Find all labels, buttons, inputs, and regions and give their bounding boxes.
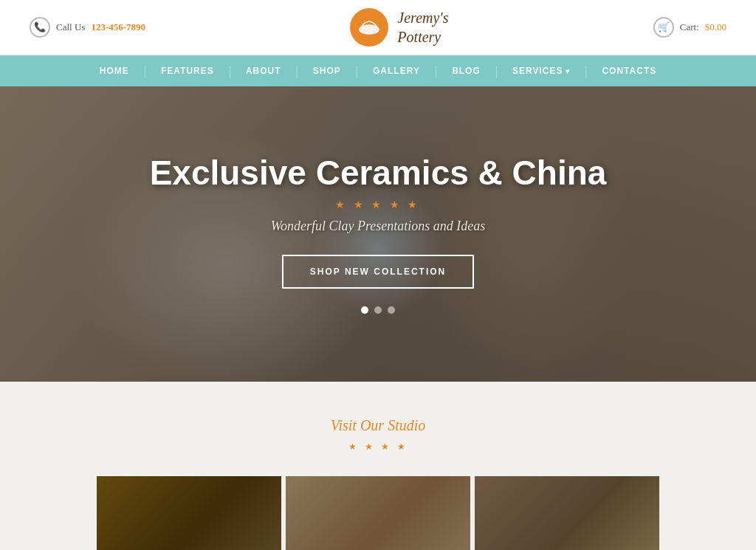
cart-label: Cart:: [680, 21, 699, 33]
hero-dots: [150, 306, 607, 314]
nav-link-features[interactable]: FEATURES: [148, 66, 227, 76]
cart-section: 🛒 Cart: $0.00: [653, 17, 726, 38]
nav-link-shop[interactable]: SHOP: [300, 66, 354, 76]
card-classes-overlay: [286, 476, 470, 550]
logo-icon: [350, 8, 388, 47]
call-label: Call Us: [56, 21, 85, 33]
nav-link-about[interactable]: ABOUT: [233, 66, 295, 76]
nav-item-gallery[interactable]: GALLERY: [360, 66, 433, 76]
cart-icon: 🛒: [653, 17, 674, 38]
card-shop-overlay: [97, 476, 281, 550]
phone-section: 📞 Call Us 123-456-7890: [30, 17, 145, 38]
shop-new-collection-button[interactable]: SHOP NEW COLLECTION: [282, 255, 474, 289]
hero-subtitle: Wonderful Clay Presentations and Ideas: [150, 219, 607, 234]
nav-link-blog[interactable]: BLOG: [439, 66, 494, 76]
phone-icon: 📞: [30, 17, 50, 38]
nav-item-services[interactable]: SERVICES: [499, 66, 583, 76]
phone-number[interactable]: 123-456-7890: [91, 21, 145, 33]
card-classes[interactable]: Classes: [286, 476, 470, 550]
hero-content: Exclusive Ceramics & China ★ ★ ★ ★ ★ Won…: [150, 154, 607, 314]
studio-section: Visit Our Studio ★ ★ ★ ★ Shop Classes Bl…: [0, 382, 756, 550]
nav-list: HOME | FEATURES | ABOUT | SHOP | GALLERY…: [86, 64, 670, 78]
hero-title: Exclusive Ceramics & China: [150, 154, 607, 192]
logo-text: Jeremy's Pottery: [397, 8, 448, 47]
nav-item-home[interactable]: HOME: [86, 66, 142, 76]
dot-1[interactable]: [361, 306, 368, 314]
card-blog-overlay: [475, 476, 659, 550]
nav-item-about[interactable]: ABOUT: [233, 66, 295, 76]
top-bar: 📞 Call Us 123-456-7890 Jeremy's Pottery …: [0, 0, 756, 55]
dot-3[interactable]: [388, 306, 395, 314]
card-blog[interactable]: Blog: [475, 476, 659, 550]
dot-2[interactable]: [374, 306, 382, 314]
studio-stars: ★ ★ ★ ★: [30, 441, 726, 453]
nav-link-contacts[interactable]: CONTACTS: [588, 66, 670, 76]
nav-link-home[interactable]: HOME: [86, 66, 142, 76]
studio-tagline: Visit Our Studio: [30, 417, 726, 434]
nav-link-services[interactable]: SERVICES: [499, 66, 583, 76]
hero-section: Exclusive Ceramics & China ★ ★ ★ ★ ★ Won…: [0, 86, 756, 382]
logo-link[interactable]: Jeremy's Pottery: [350, 8, 448, 47]
cart-price: $0.00: [705, 21, 726, 33]
nav-item-contacts[interactable]: CONTACTS: [588, 66, 670, 76]
main-nav: HOME | FEATURES | ABOUT | SHOP | GALLERY…: [0, 55, 756, 86]
card-shop[interactable]: Shop: [97, 476, 281, 550]
nav-item-blog[interactable]: BLOG: [439, 66, 494, 76]
nav-item-features[interactable]: FEATURES: [148, 66, 227, 76]
cards-row: Shop Classes Blog: [30, 476, 726, 550]
nav-link-gallery[interactable]: GALLERY: [360, 66, 433, 76]
hero-stars: ★ ★ ★ ★ ★: [150, 199, 607, 211]
nav-item-shop[interactable]: SHOP: [300, 66, 354, 76]
